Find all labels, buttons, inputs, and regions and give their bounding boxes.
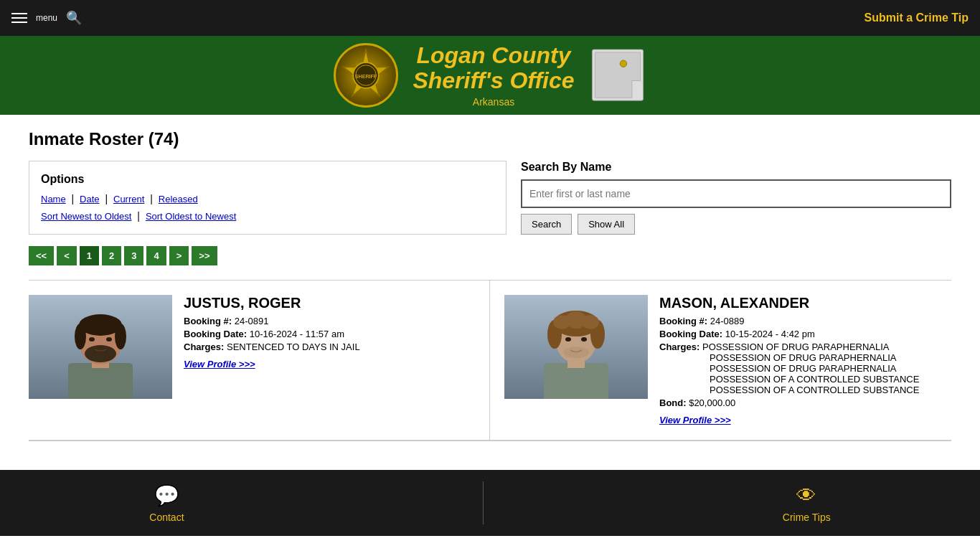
header-subtitle: Arkansas (413, 96, 574, 108)
top-navigation: menu 🔍 Submit a Crime Tip (0, 0, 980, 36)
svg-rect-19 (544, 363, 608, 399)
page-title: Inmate Roster (74) (29, 129, 951, 149)
inmate-name-mason: MASON, ALEXANDER (659, 295, 951, 311)
svg-point-15 (106, 337, 112, 342)
header-title-line2: Sheriff's Office (413, 68, 574, 93)
charge-4: POSSESSION OF A CONTROLLED SUBSTANCE (710, 374, 951, 385)
inmate-grid: JUSTUS, ROGER Booking #: 24-0891 Booking… (29, 281, 951, 441)
submit-crime-tip-link[interactable]: Submit a Crime Tip (864, 11, 969, 24)
page-prev-btn[interactable]: < (57, 246, 77, 265)
search-box: Search By Name Search Show All (521, 161, 951, 235)
filter-current-link[interactable]: Current (113, 194, 144, 204)
charge-5: POSSESSION OF A CONTROLLED SUBSTANCE (710, 385, 951, 395)
page-4-btn[interactable]: 4 (146, 246, 166, 265)
crime-tips-icon: 👁 (796, 484, 816, 507)
header-title-line1: Logan County (413, 43, 574, 68)
inmate-info-justus: JUSTUS, ROGER Booking #: 24-0891 Booking… (184, 295, 475, 425)
filter-name-link[interactable]: Name (41, 194, 66, 204)
inmate-photo-justus (29, 295, 172, 399)
state-map (589, 47, 646, 104)
charge-3: POSSESSION OF DRUG PARAPHERNALIA (710, 363, 951, 374)
options-box: Options Name | Date | Current | Released… (29, 161, 507, 235)
inmate-card-justus: JUSTUS, ROGER Booking #: 24-0891 Booking… (29, 281, 490, 441)
search-button[interactable]: Search (521, 214, 572, 235)
filter-date-link[interactable]: Date (80, 194, 99, 204)
svg-rect-8 (68, 363, 133, 399)
svg-text:SHERIFF: SHERIFF (355, 75, 377, 80)
sort-links: Sort Newest to Oldest | Sort Oldest to N… (41, 210, 494, 222)
inmate-booking-num-justus: Booking #: 24-0891 (184, 316, 475, 326)
footer-crime-tips-label: Crime Tips (783, 512, 831, 523)
sort-oldest-link[interactable]: Sort Oldest to Newest (146, 211, 236, 222)
svg-point-30 (563, 347, 589, 358)
filter-released-link[interactable]: Released (159, 194, 198, 204)
site-header: SHERIFF Logan County Sheriff's Office Ar… (0, 36, 980, 115)
page-next-btn[interactable]: > (169, 246, 189, 265)
page-last-btn[interactable]: >> (192, 246, 217, 265)
inmate-photo-mason (504, 295, 648, 399)
page-1-btn[interactable]: 1 (80, 246, 99, 265)
inmate-booking-date-mason: Booking Date: 10-15-2024 - 4:42 pm (659, 329, 951, 339)
svg-point-16 (85, 345, 116, 362)
page-2-btn[interactable]: 2 (102, 246, 121, 265)
inmate-charges-justus: Charges: SENTENCED TO DAYS IN JAIL (184, 342, 475, 352)
show-all-button[interactable]: Show All (578, 214, 635, 235)
header-text: Logan County Sheriff's Office Arkansas (413, 43, 574, 108)
options-search-row: Options Name | Date | Current | Released… (29, 161, 951, 235)
svg-point-27 (565, 311, 587, 329)
charge-2: POSSESSION OF DRUG PARAPHERNALIA (710, 352, 951, 363)
search-input[interactable] (521, 179, 951, 208)
site-footer: 💬 Contact 👁 Crime Tips (0, 470, 980, 536)
svg-point-14 (89, 337, 95, 342)
page-3-btn[interactable]: 3 (124, 246, 143, 265)
svg-point-5 (620, 60, 627, 67)
search-icon[interactable]: 🔍 (66, 10, 82, 26)
search-buttons: Search Show All (521, 214, 951, 235)
svg-point-12 (75, 324, 86, 349)
menu-button[interactable] (11, 13, 27, 23)
inmate-charges-mason: Charges: POSSESSION OF DRUG PARAPHERNALI… (659, 342, 951, 395)
inmate-booking-date-justus: Booking Date: 10-16-2024 - 11:57 am (184, 329, 475, 339)
inmate-bond-mason: Bond: $20,000.00 (659, 397, 951, 408)
bottom-divider (29, 441, 951, 441)
nav-left: menu 🔍 (11, 10, 82, 26)
page-first-btn[interactable]: << (29, 246, 54, 265)
search-label: Search By Name (521, 161, 951, 174)
contact-icon: 💬 (154, 484, 179, 507)
pagination: << < 1 2 3 4 > >> (29, 246, 951, 265)
inmate-info-mason: MASON, ALEXANDER Booking #: 24-0889 Book… (659, 295, 951, 425)
inmate-booking-num-mason: Booking #: 24-0889 (659, 316, 951, 326)
inmate-card-mason: MASON, ALEXANDER Booking #: 24-0889 Book… (490, 281, 951, 441)
footer-contact[interactable]: 💬 Contact (149, 484, 184, 523)
footer-crime-tips[interactable]: 👁 Crime Tips (783, 484, 831, 523)
footer-divider (483, 481, 484, 524)
view-profile-mason[interactable]: View Profile >>> (659, 415, 731, 425)
menu-label: menu (36, 13, 57, 23)
inmate-name-justus: JUSTUS, ROGER (184, 295, 475, 311)
svg-point-28 (565, 337, 571, 342)
view-profile-justus[interactable]: View Profile >>> (184, 359, 255, 369)
main-content: Inmate Roster (74) Options Name | Date |… (0, 115, 980, 456)
options-title: Options (41, 173, 494, 186)
options-links: Name | Date | Current | Released (41, 193, 494, 204)
svg-point-13 (115, 324, 126, 349)
sort-newest-link[interactable]: Sort Newest to Oldest (41, 211, 131, 222)
footer-contact-label: Contact (149, 512, 184, 523)
sheriff-badge: SHERIFF (334, 43, 398, 108)
svg-point-29 (581, 337, 587, 342)
